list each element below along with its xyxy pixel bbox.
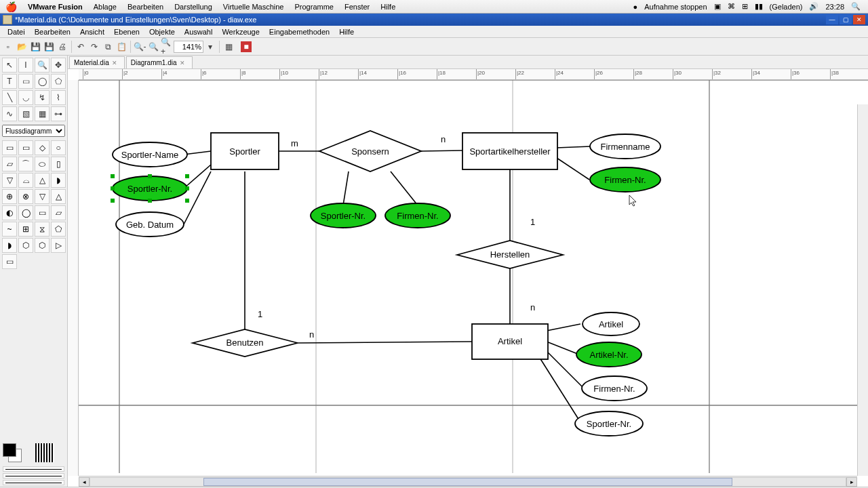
record-icon[interactable]: ● — [633, 3, 638, 11]
zoom-out-button[interactable]: 🔍- — [134, 41, 146, 53]
menu-programme[interactable]: Programme — [290, 3, 339, 11]
shape-seq-access[interactable]: ◯ — [18, 205, 33, 220]
dia-menu-auswahl[interactable]: Auswahl — [180, 28, 218, 36]
apple-menu-icon[interactable]: 🍎 — [5, 1, 17, 12]
tool-bezier[interactable]: ∿ — [2, 106, 17, 121]
record-stop-label[interactable]: Aufnahme stoppen — [644, 3, 707, 11]
tab-diagramm1[interactable]: Diagramm1.dia✕ — [126, 56, 193, 68]
save-button[interactable]: 💾 — [29, 41, 41, 53]
shape-database[interactable]: ⌓ — [18, 173, 33, 188]
tool-connector[interactable]: ⊶ — [51, 106, 66, 121]
shape-tape[interactable]: ~ — [2, 222, 17, 237]
open-button[interactable]: 📂 — [16, 41, 28, 53]
canvas[interactable]: Sportler Sportartikelhersteller Artikel … — [79, 80, 868, 476]
close-icon[interactable]: ✕ — [112, 60, 117, 66]
dia-menu-eingabemethoden[interactable]: Eingabemethoden — [264, 28, 334, 36]
dia-menu-ebenen[interactable]: Ebenen — [109, 28, 144, 36]
paste-button[interactable]: 📋 — [115, 41, 127, 53]
shape-limits[interactable]: ⬡ — [18, 238, 33, 253]
vertical-scrollbar[interactable] — [857, 104, 868, 476]
tool-zigzag[interactable]: ↯ — [35, 90, 50, 105]
shape-process[interactable]: ▭ — [2, 140, 17, 155]
scroll-thumb[interactable] — [203, 478, 732, 486]
shape-preparation[interactable]: ⬡ — [35, 238, 50, 253]
tray-icon-1[interactable]: ▣ — [714, 2, 721, 11]
new-button[interactable]: ▫ — [2, 41, 14, 53]
window-close-button[interactable]: ✕ — [853, 15, 865, 24]
tool-pan[interactable]: ✥ — [51, 58, 66, 73]
dia-menu-objekte[interactable]: Objekte — [144, 28, 180, 36]
shape-off-page[interactable]: ⬠ — [51, 222, 66, 237]
tool-polygon[interactable]: ⬠ — [51, 74, 66, 89]
window-minimize-button[interactable]: — — [826, 15, 838, 24]
copy-button[interactable]: ⧉ — [102, 41, 114, 53]
print-button[interactable]: 🖨 — [56, 41, 68, 53]
menu-hilfe[interactable]: Hilfe — [375, 3, 401, 11]
volume-icon[interactable]: 🔊 — [809, 2, 818, 11]
sheet-select[interactable]: Flussdiagramm — [2, 125, 65, 137]
dia-menu-hilfe[interactable]: Hilfe — [334, 28, 359, 36]
zoom-dropdown[interactable]: ▾ — [204, 41, 216, 53]
menu-fenster[interactable]: Fenster — [339, 3, 375, 11]
shape-extra[interactable]: ▭ — [2, 254, 17, 269]
tool-image[interactable]: ▧ — [18, 106, 33, 121]
shape-display[interactable]: ◗ — [51, 173, 66, 188]
tool-text[interactable]: T — [2, 74, 17, 89]
shape-manual-input[interactable]: △ — [35, 173, 50, 188]
shape-manual-op[interactable]: ▽ — [2, 173, 17, 188]
shape-terminal[interactable]: ⬭ — [35, 157, 50, 171]
shape-collate[interactable]: ⧖ — [35, 222, 50, 237]
shape-connector[interactable]: ○ — [51, 140, 66, 155]
spotlight-icon[interactable]: 🔍 — [851, 2, 861, 11]
tab-material[interactable]: Material.dia✕ — [69, 56, 125, 68]
redo-button[interactable]: ↷ — [88, 41, 100, 53]
shape-predef[interactable]: ▯ — [51, 157, 66, 171]
tray-icon-2[interactable]: ⌘ — [728, 2, 735, 11]
tool-arc[interactable]: ◡ — [18, 90, 33, 105]
tool-pointer[interactable]: ↖ — [2, 58, 17, 73]
menu-ablage[interactable]: Ablage — [88, 3, 122, 11]
app-menu[interactable]: VMware Fusion — [22, 3, 88, 11]
tool-outline[interactable]: ▦ — [35, 106, 50, 121]
zoom-input[interactable] — [174, 41, 203, 53]
shape-data[interactable]: ▱ — [2, 157, 17, 171]
tool-polyline[interactable]: ⌇ — [51, 90, 66, 105]
shape-decision[interactable]: ◇ — [35, 140, 50, 155]
tool-text-edit[interactable]: I — [18, 58, 33, 73]
horizontal-scrollbar[interactable]: ◂ ▸ — [79, 476, 857, 487]
stop-button[interactable]: ■ — [241, 41, 252, 52]
tray-icon-3[interactable]: ⊞ — [742, 2, 748, 11]
shape-extract[interactable]: △ — [51, 189, 66, 204]
saveas-button[interactable]: 💾 — [43, 41, 55, 53]
shape-card[interactable]: ▱ — [51, 205, 66, 220]
shape-delay[interactable]: ◗ — [2, 238, 17, 253]
shape-merge[interactable]: ▽ — [35, 189, 50, 204]
undo-button[interactable]: ↶ — [75, 41, 87, 53]
tool-box[interactable]: ▭ — [18, 74, 33, 89]
line-style-picker[interactable] — [0, 465, 67, 487]
dia-menu-bearbeiten[interactable]: Bearbeiten — [30, 28, 75, 36]
tool-line[interactable]: ╲ — [2, 90, 17, 105]
zoom-fit-button[interactable]: 🔍 — [147, 41, 159, 53]
menu-virtuelle-maschine[interactable]: Virtuelle Maschine — [218, 3, 290, 11]
zoom-in-button[interactable]: 🔍+ — [161, 41, 173, 53]
dia-menu-datei[interactable]: Datei — [3, 28, 30, 36]
tool-ellipse[interactable]: ◯ — [35, 74, 50, 89]
dia-menu-werkzeuge[interactable]: Werkzeuge — [217, 28, 264, 36]
pattern-swatch[interactable] — [35, 443, 54, 462]
close-icon[interactable]: ✕ — [180, 60, 185, 66]
shape-document[interactable]: ⌒ — [18, 157, 33, 171]
shape-trans[interactable]: ▷ — [51, 238, 66, 253]
shape-sort[interactable]: ⊗ — [18, 189, 33, 204]
window-maximize-button[interactable]: ▢ — [840, 15, 852, 24]
battery-icon[interactable]: ▮▮ — [755, 2, 763, 11]
shape-subprocess[interactable]: ▭ — [18, 140, 33, 155]
snap-button[interactable]: ▦ — [222, 41, 235, 53]
shape-direct-data[interactable]: ▭ — [35, 205, 50, 220]
color-swatch[interactable] — [3, 443, 22, 462]
window-titlebar[interactable]: *Material.dia (C:\Dokumente und Einstell… — [0, 14, 868, 26]
shape-internal[interactable]: ⊞ — [18, 222, 33, 237]
shape-stored-data[interactable]: ◐ — [2, 205, 17, 220]
scroll-right-button[interactable]: ▸ — [846, 477, 857, 487]
scroll-left-button[interactable]: ◂ — [79, 477, 90, 487]
